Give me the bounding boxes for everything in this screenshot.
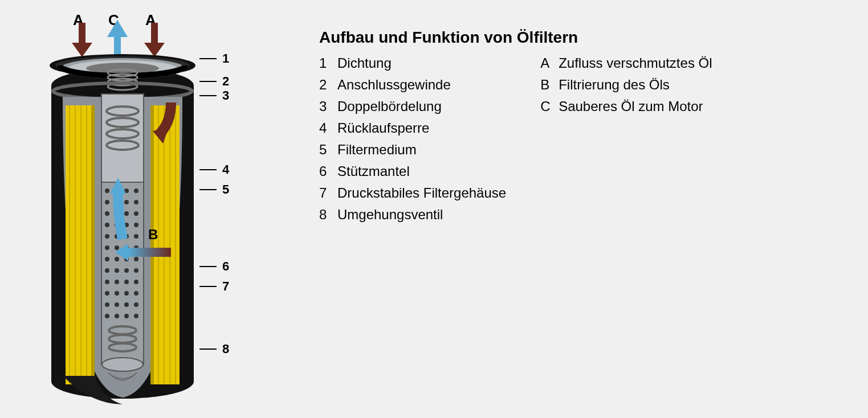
oil-filter-cutaway: B	[34, 11, 211, 410]
legend: Aufbau und Funktion von Ölfiltern 1Dicht…	[319, 28, 855, 223]
svg-point-61	[105, 280, 109, 284]
legend-item: 6Stützmantel	[319, 163, 506, 179]
callout-3: 3	[222, 88, 229, 103]
svg-point-75	[124, 314, 129, 318]
label-b-onfigure: B	[148, 227, 158, 242]
svg-point-66	[115, 291, 119, 296]
callout-6: 6	[222, 259, 229, 274]
legend-item: 3Doppelbördelung	[319, 99, 506, 114]
svg-point-44	[134, 223, 138, 227]
svg-point-39	[124, 211, 129, 216]
legend-item: 2Anschlussgewinde	[319, 77, 506, 93]
legend-item: 7Druckstabiles Filtergehäuse	[319, 185, 506, 201]
arrow-a-left	[72, 23, 92, 57]
svg-point-76	[134, 314, 138, 318]
svg-point-29	[105, 188, 109, 193]
svg-point-67	[124, 291, 129, 296]
svg-point-64	[134, 280, 138, 284]
legend-item: 4Rücklaufsperre	[319, 120, 506, 136]
svg-point-72	[134, 302, 138, 307]
svg-point-37	[105, 211, 109, 216]
diagram-page: A C A	[0, 0, 868, 418]
svg-point-68	[134, 291, 138, 296]
svg-point-60	[134, 268, 138, 273]
legend-col-letters: AZufluss verschmutztes Öl BFiltrierung d…	[540, 55, 712, 223]
svg-point-54	[115, 257, 119, 261]
legend-item: BFiltrierung des Öls	[540, 77, 712, 93]
svg-point-35	[124, 200, 129, 204]
svg-point-56	[134, 257, 138, 261]
svg-point-57	[105, 268, 109, 273]
callout-4: 4	[222, 162, 229, 177]
svg-rect-17	[91, 105, 95, 384]
svg-point-58	[115, 268, 119, 273]
svg-point-50	[115, 245, 119, 250]
legend-item: 8Umgehungsventil	[319, 207, 506, 223]
svg-point-82	[102, 358, 143, 371]
svg-point-45	[105, 234, 109, 239]
svg-point-63	[124, 280, 129, 284]
legend-item: AZufluss verschmutztes Öl	[540, 55, 712, 71]
callout-8: 8	[222, 342, 229, 356]
legend-item: CSauberes Öl zum Motor	[540, 99, 712, 114]
svg-point-65	[105, 291, 109, 296]
arrow-a-right	[144, 23, 165, 57]
svg-point-48	[134, 234, 138, 239]
svg-rect-88	[128, 248, 171, 257]
legend-title: Aufbau und Funktion von Ölfiltern	[319, 28, 855, 47]
svg-point-59	[124, 268, 129, 273]
oil-filter-svg: B	[34, 11, 211, 410]
svg-point-36	[134, 200, 138, 204]
callout-7: 7	[222, 279, 229, 294]
svg-point-53	[105, 257, 109, 261]
svg-point-49	[105, 245, 109, 250]
svg-point-69	[105, 302, 109, 307]
svg-point-32	[134, 188, 138, 193]
svg-marker-1	[107, 20, 128, 57]
svg-point-73	[105, 314, 109, 318]
svg-point-71	[124, 302, 129, 307]
callout-1: 1	[222, 51, 229, 66]
svg-marker-2	[144, 23, 165, 57]
arrow-c-up	[107, 20, 128, 57]
svg-point-70	[115, 302, 119, 307]
svg-point-41	[105, 223, 109, 227]
svg-rect-19	[150, 105, 154, 384]
svg-point-74	[115, 314, 119, 318]
callout-2: 2	[222, 74, 229, 89]
svg-point-40	[134, 211, 138, 216]
number-callouts: 1 2 3 4 5 6 7 8	[199, 0, 268, 399]
svg-marker-0	[72, 23, 92, 57]
svg-point-62	[115, 280, 119, 284]
legend-col-numbers: 1Dichtung 2Anschlussgewinde 3Doppelbörde…	[319, 55, 506, 223]
svg-point-33	[105, 200, 109, 204]
legend-item: 5Filtermedium	[319, 142, 506, 158]
callout-5: 5	[222, 182, 229, 197]
legend-item: 1Dichtung	[319, 55, 506, 71]
